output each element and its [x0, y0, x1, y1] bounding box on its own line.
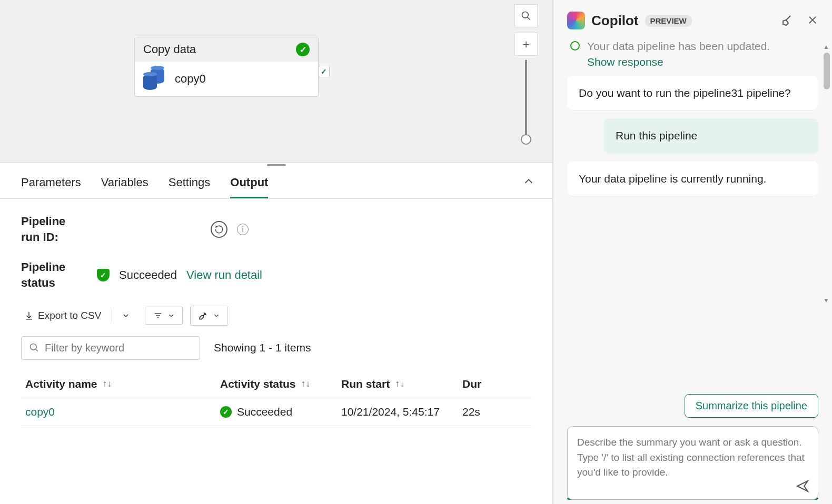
detail-tabs: Parameters Variables Settings Output: [0, 166, 552, 199]
send-icon: [796, 479, 809, 493]
copilot-user-message: Run this pipeline: [604, 118, 818, 153]
success-check-icon: ✓: [296, 43, 310, 56]
database-copy-icon: [143, 68, 165, 90]
col-duration[interactable]: Dur: [462, 378, 499, 390]
export-csv-dropdown[interactable]: [120, 307, 132, 324]
filter-keyword-input[interactable]: [45, 342, 192, 354]
copilot-logo-icon: [567, 12, 585, 29]
copilot-scrollbar[interactable]: ▲ ▼: [823, 53, 830, 295]
copilot-title: Copilot: [591, 13, 639, 29]
copilot-input[interactable]: Describe the summary you want or ask a q…: [567, 426, 818, 500]
export-csv-label: Export to CSV: [38, 310, 101, 321]
showing-count: Showing 1 - 1 items: [214, 341, 311, 354]
sort-icon: ↑↓: [301, 378, 311, 389]
refresh-button[interactable]: [211, 221, 227, 238]
output-toolbar: Export to CSV: [21, 306, 531, 326]
activity-card-header: Copy data ✓: [135, 37, 318, 62]
output-tab-content: Pipeline run ID: i Pipeline status ✓ Suc…: [0, 199, 552, 441]
svg-line-8: [36, 349, 38, 351]
zoom-slider-handle[interactable]: [521, 134, 531, 145]
close-icon: [807, 14, 818, 26]
copilot-assistant-message: Do you want to run the pipeline31 pipeli…: [567, 76, 818, 110]
col-activity-status[interactable]: Activity status ↑↓: [220, 378, 341, 390]
col-label: Dur: [462, 378, 481, 390]
wrench-icon: [198, 310, 209, 321]
cell-status-text: Succeeded: [237, 406, 292, 418]
zoom-in-button[interactable]: ＋: [514, 33, 538, 56]
pipeline-canvas[interactable]: Copy data ✓ copy0 ✓ ＋: [0, 0, 552, 163]
table-row[interactable]: copy0 ✓ Succeeded 10/21/2024, 5:45:17 22…: [21, 398, 531, 426]
activity-success-connector-icon[interactable]: ✓: [318, 66, 330, 77]
col-label: Activity status: [220, 378, 296, 390]
copilot-input-placeholder: Describe the summary you want or ask a q…: [577, 435, 808, 480]
activity-name: copy0: [175, 72, 206, 86]
clear-button[interactable]: [780, 14, 793, 27]
info-button[interactable]: i: [237, 224, 249, 235]
export-csv-button[interactable]: Export to CSV: [21, 306, 104, 326]
chevron-down-icon: [213, 312, 220, 319]
broom-icon: [780, 14, 793, 27]
chevron-down-icon: [122, 311, 130, 320]
search-button[interactable]: [514, 4, 538, 27]
cell-activity-status: ✓ Succeeded: [220, 406, 341, 418]
svg-point-0: [522, 12, 529, 18]
filter-lines-icon: [153, 311, 163, 320]
output-table: Activity name ↑↓ Activity status ↑↓ Run …: [21, 370, 531, 426]
status-value: Succeeded: [119, 268, 177, 282]
activity-title: Copy data: [143, 43, 196, 56]
sort-icon: ↑↓: [395, 378, 404, 389]
toolbar-divider: [112, 309, 112, 322]
filter-columns-button[interactable]: [145, 307, 183, 325]
cell-activity-name[interactable]: copy0: [25, 406, 220, 418]
refresh-icon: [214, 225, 224, 234]
table-header-row: Activity name ↑↓ Activity status ↑↓ Run …: [21, 370, 531, 398]
info-icon: i: [242, 225, 243, 234]
status-label: Pipeline status: [21, 259, 84, 290]
send-button[interactable]: [796, 479, 809, 493]
activity-card-body: copy0: [135, 62, 318, 96]
suggestion-chip[interactable]: Summarize this pipeline: [685, 394, 818, 418]
collapse-panel-button[interactable]: [523, 176, 534, 187]
canvas-zoom-controls: ＋: [514, 4, 538, 142]
copilot-assistant-message: Your data pipeline is currently running.: [567, 162, 818, 196]
filter-keyword-input-wrapper[interactable]: [21, 336, 200, 360]
run-id-label: Pipeline run ID:: [21, 214, 84, 245]
scrollbar-thumb[interactable]: [824, 53, 830, 89]
scroll-up-icon[interactable]: ▲: [823, 43, 830, 51]
copilot-panel: Copilot PREVIEW Your data pipeline has b…: [553, 0, 832, 504]
tab-parameters[interactable]: Parameters: [21, 176, 81, 198]
activity-card-copy-data[interactable]: Copy data ✓ copy0 ✓: [134, 37, 319, 97]
scroll-down-icon[interactable]: ▼: [823, 297, 830, 304]
search-icon: [521, 11, 531, 21]
tab-output[interactable]: Output: [230, 176, 268, 198]
col-run-start[interactable]: Run start ↑↓: [341, 378, 462, 390]
tools-button[interactable]: [190, 306, 228, 326]
search-icon: [29, 342, 39, 353]
success-check-icon: ✓: [220, 406, 232, 418]
cell-run-start: 10/21/2024, 5:45:17: [341, 406, 462, 418]
truncated-text: Your data pipeline has been updated.: [587, 40, 770, 52]
copilot-header: Copilot PREVIEW: [553, 0, 832, 38]
plus-icon: ＋: [520, 36, 532, 52]
preview-badge: PREVIEW: [645, 15, 692, 27]
download-icon: [24, 311, 34, 320]
close-button[interactable]: [807, 14, 818, 27]
col-activity-name[interactable]: Activity name ↑↓: [25, 378, 220, 390]
svg-line-1: [528, 17, 530, 20]
view-run-detail-link[interactable]: View run detail: [186, 268, 262, 282]
zoom-slider[interactable]: [525, 60, 527, 142]
col-label: Run start: [341, 378, 390, 390]
col-label: Activity name: [25, 378, 97, 390]
main-panel: Copy data ✓ copy0 ✓ ＋: [0, 0, 553, 504]
copilot-conversation[interactable]: Your data pipeline has been updated. Sho…: [553, 38, 832, 378]
tab-variables[interactable]: Variables: [101, 176, 148, 198]
tab-settings[interactable]: Settings: [169, 176, 211, 198]
truncated-status-message: Your data pipeline has been updated.: [567, 38, 818, 55]
chevron-up-icon: [523, 176, 534, 187]
check-circle-icon: [570, 41, 580, 51]
show-response-link[interactable]: Show response: [567, 55, 818, 76]
cell-duration: 22s: [462, 406, 499, 418]
detail-panel: Parameters Variables Settings Output Pip…: [0, 163, 552, 504]
svg-point-7: [31, 344, 37, 350]
chevron-down-icon: [167, 312, 175, 319]
